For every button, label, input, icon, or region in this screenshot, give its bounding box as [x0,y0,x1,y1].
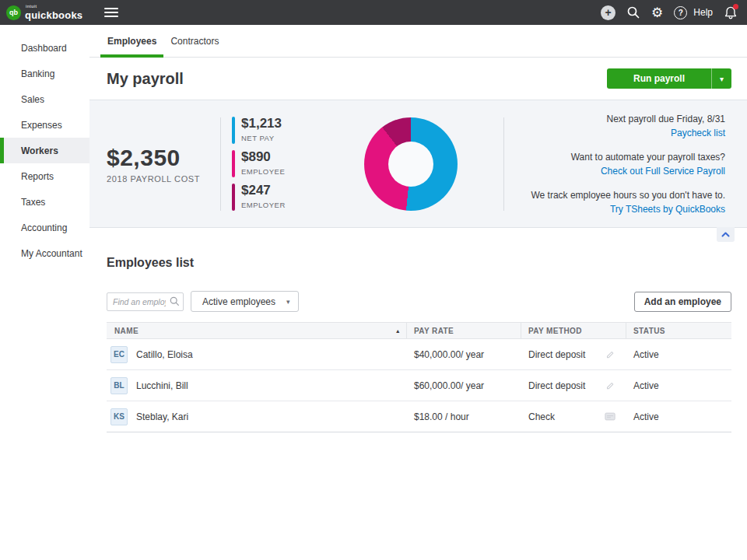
gear-icon[interactable]: ⚙ [651,6,663,19]
tip-tsheets: We track employee hours so you don't hav… [504,188,725,216]
table-row[interactable]: BL Lucchini, Bill $60,000.00/ year Direc… [107,370,731,401]
notifications-bell-icon[interactable] [724,5,738,20]
net-pay-color-bar [232,117,235,144]
sidebar-item-my-accountant[interactable]: My Accountant [0,240,89,266]
paycheck-list-link[interactable]: Paycheck list [504,126,725,140]
run-payroll-dropdown-caret-icon[interactable]: ▾ [711,68,731,89]
sidebar-item-dashboard[interactable]: Dashboard [0,35,89,61]
tip-automate-taxes: Want to automate your payroll taxes? Che… [504,150,725,178]
payroll-total: $2,350 2018 PAYROLL COST [89,145,220,184]
pencil-icon [605,380,615,391]
tab-employees[interactable]: Employees [100,36,163,58]
table-header-row: NAME ▲ PAY RATE PAY METHOD STATUS [107,322,731,339]
pay-rate: $18.00 / hour [407,411,521,422]
sidebar-item-reports[interactable]: Reports [0,163,89,189]
payroll-total-value: $2,350 [107,145,220,171]
avatar: EC [110,346,128,363]
employer-color-bar [232,184,235,211]
brand-wordmark: intuit quickbooks [25,5,82,20]
sidebar-item-sales[interactable]: Sales [0,86,89,112]
employee-name: Steblay, Kari [136,411,188,422]
stat-employer: $247 EMPLOYER [232,184,317,211]
employees-list-section: Employees list Active employees ▾ Add an… [89,228,747,560]
avatar: KS [110,408,128,425]
payroll-donut [364,117,458,211]
employees-list-heading: Employees list [107,256,731,270]
chevron-up-icon [721,232,730,237]
chevron-down-icon: ▾ [286,298,290,306]
sidebar-item-accounting[interactable]: Accounting [0,215,89,240]
payroll-stats: $1,213 NET PAY $890 EMPLOYEE $247 EMPLOY… [232,117,317,211]
collapse-summary-button[interactable] [717,227,735,242]
pay-rate: $40,000.00/ year [407,349,521,360]
status-label: Active [626,380,731,391]
stat-net-pay: $1,213 NET PAY [232,117,317,144]
column-header-pay-method[interactable]: PAY METHOD [521,323,626,338]
avatar: BL [110,377,128,394]
payroll-summary: $2,350 2018 PAYROLL COST $1,213 NET PAY … [89,100,747,228]
search-icon[interactable] [626,5,640,19]
employee-filter-dropdown[interactable]: Active employees ▾ [191,291,299,312]
sidebar-item-taxes[interactable]: Taxes [0,189,89,215]
help-icon[interactable]: ? [674,6,687,19]
full-service-payroll-link[interactable]: Check out Full Service Payroll [504,164,725,178]
tab-contractors[interactable]: Contractors [163,36,226,58]
quickbooks-logo-icon: qb [6,5,21,20]
page-title: My payroll [107,70,184,88]
employee-name: Lucchini, Bill [136,380,188,391]
table-row[interactable]: KS Steblay, Kari $18.00 / hour Check Act… [107,401,731,432]
sidebar-item-expenses[interactable]: Expenses [0,112,89,138]
search-icon [170,296,180,306]
pay-rate: $60,000.00/ year [407,380,521,391]
pay-method: Direct deposit [528,349,585,360]
column-header-status[interactable]: STATUS [626,323,731,338]
status-label: Active [626,349,731,360]
run-payroll-button[interactable]: Run payroll ▾ [607,68,731,89]
payroll-tips: Next payroll due Friday, 8/31 Paycheck l… [504,112,747,216]
pencil-icon [605,349,615,360]
create-plus-icon[interactable]: + [601,5,615,20]
help-label[interactable]: Help [693,7,713,18]
topbar: qb intuit quickbooks + ⚙ ? Help [0,0,747,25]
intuit-label: intuit [26,5,82,9]
payroll-total-label: 2018 PAYROLL COST [107,174,220,184]
employee-search [107,292,184,311]
status-label: Active [626,411,731,422]
notification-dot [733,4,738,9]
divider [220,117,221,211]
tip-next-payroll: Next payroll due Friday, 8/31 Paycheck l… [504,112,725,140]
hamburger-menu-icon[interactable] [104,5,118,19]
check-card-icon [605,412,615,421]
tsheets-link[interactable]: Try TSheets by QuickBooks [504,202,725,216]
pay-method: Direct deposit [528,380,585,391]
stat-employee: $890 EMPLOYEE [232,150,317,177]
pay-method: Check [528,411,555,422]
employees-table: NAME ▲ PAY RATE PAY METHOD STATUS EC Cat… [107,322,731,432]
table-row[interactable]: EC Catillo, Eloisa $40,000.00/ year Dire… [107,339,731,370]
column-header-name[interactable]: NAME ▲ [107,323,407,338]
sort-ascending-icon: ▲ [395,328,401,334]
sidebar-item-banking[interactable]: Banking [0,61,89,86]
sidebar-nav: Dashboard Banking Sales Expenses Workers… [0,25,89,560]
column-header-pay-rate[interactable]: PAY RATE [407,323,521,338]
quickbooks-label: quickbooks [25,10,82,20]
employee-color-bar [232,150,235,177]
workers-tabs: Employees Contractors [89,25,747,58]
add-employee-button[interactable]: Add an employee [634,292,731,312]
employee-name: Catillo, Eloisa [136,349,193,360]
sidebar-item-workers[interactable]: Workers [0,138,89,163]
